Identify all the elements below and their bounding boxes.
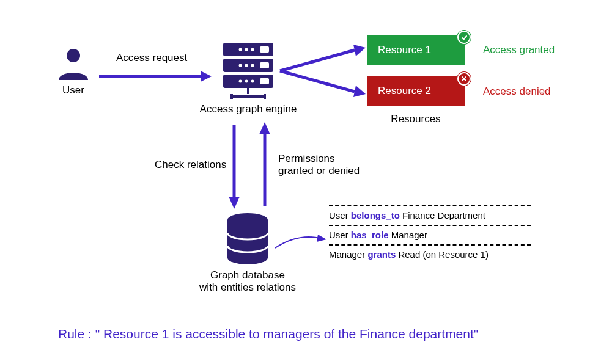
relation-3-post: Read (on Resource 1) xyxy=(396,249,489,260)
svg-point-11 xyxy=(251,64,254,67)
resources-group-label: Resources xyxy=(367,113,465,125)
relation-3-kw: grants xyxy=(367,249,396,260)
resource-1-label: Resource 1 xyxy=(378,44,431,56)
rule-prefix: Rule : xyxy=(58,327,95,341)
svg-point-12 xyxy=(239,80,242,83)
svg-marker-31 xyxy=(317,235,326,242)
db-label-l2: with entities relations xyxy=(196,282,300,294)
resource-1-box: Resource 1 xyxy=(367,35,465,65)
relation-1-pre: User xyxy=(329,210,351,220)
relation-row-1: User belongs_to Finance Department xyxy=(329,205,531,226)
permissions-label-l1: Permissions xyxy=(278,153,335,165)
relations-list: User belongs_to Finance Department User … xyxy=(329,205,531,264)
engine-label: Access graph engine xyxy=(196,103,301,115)
svg-rect-16 xyxy=(260,62,269,68)
x-icon xyxy=(457,72,471,86)
resource-2-label: Resource 2 xyxy=(378,85,431,97)
status-granted-label: Access granted xyxy=(483,44,555,56)
arrow-db-to-relations xyxy=(273,231,328,255)
relation-1-kw: belongs_to xyxy=(351,210,400,220)
user-icon xyxy=(56,46,90,80)
rule-quote: " Resource 1 is accessible to managers o… xyxy=(95,327,479,341)
svg-marker-27 xyxy=(229,197,240,209)
arrow-permissions xyxy=(256,121,274,210)
svg-line-24 xyxy=(280,71,355,92)
svg-point-0 xyxy=(67,49,80,62)
svg-point-8 xyxy=(251,48,254,51)
svg-point-13 xyxy=(245,80,248,83)
status-denied-label: Access denied xyxy=(483,86,551,98)
check-icon xyxy=(457,31,471,44)
svg-rect-15 xyxy=(260,46,269,53)
relation-3-pre: Manager xyxy=(329,249,367,260)
svg-point-9 xyxy=(239,64,242,67)
access-request-label: Access request xyxy=(116,52,187,64)
arrow-check-relations xyxy=(225,121,243,210)
db-label-l1: Graph database xyxy=(196,269,300,282)
relation-2-post: Manager xyxy=(389,230,427,240)
permissions-label-l2: granted or denied xyxy=(278,165,360,177)
arrow-to-resources xyxy=(276,40,368,101)
rule-text: Rule : " Resource 1 is accessible to man… xyxy=(58,327,478,341)
resource-2-box: Resource 2 xyxy=(367,76,465,106)
svg-line-22 xyxy=(280,50,355,71)
server-icon xyxy=(222,42,275,99)
user-label: User xyxy=(58,84,89,96)
svg-point-6 xyxy=(239,48,242,51)
relation-2-pre: User xyxy=(329,230,351,240)
svg-marker-25 xyxy=(353,86,366,97)
svg-point-7 xyxy=(245,48,248,51)
relation-row-3: Manager grants Read (on Resource 1) xyxy=(329,246,531,264)
relation-1-post: Finance Department xyxy=(400,210,485,220)
svg-marker-2 xyxy=(201,71,212,82)
svg-marker-23 xyxy=(353,45,366,56)
arrow-access-request xyxy=(97,67,213,86)
svg-rect-17 xyxy=(260,78,269,84)
relation-row-2: User has_role Manager xyxy=(329,226,531,246)
svg-marker-29 xyxy=(259,122,270,134)
database-icon xyxy=(226,213,269,264)
check-relations-label: Check relations xyxy=(155,159,226,171)
svg-point-14 xyxy=(251,80,254,83)
svg-point-10 xyxy=(245,64,248,67)
relation-2-kw: has_role xyxy=(351,230,389,240)
